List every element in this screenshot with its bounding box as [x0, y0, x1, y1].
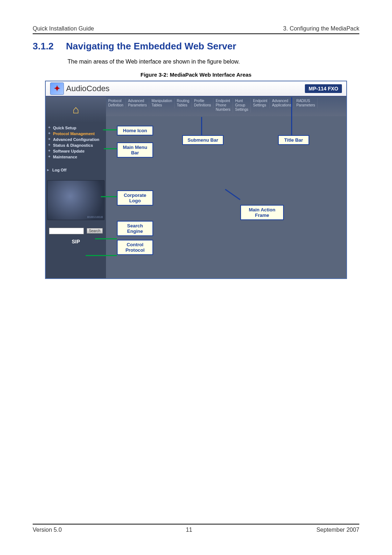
menu-item-advanced-configuration[interactable]: Advanced Configuration [48, 137, 105, 142]
arrow-icon [291, 97, 292, 135]
brand-name: AudioCodes [66, 84, 110, 93]
submenu-item[interactable]: RADIUS Parameters [294, 98, 318, 108]
section-number: 3.1.2 [33, 41, 54, 52]
header-right: 3. Configuring the MediaPack [283, 25, 359, 32]
menu-item-software-update[interactable]: Software Update [48, 148, 105, 154]
callout-corporate-logo: Corporate Logo [117, 190, 153, 206]
titlebar: ✦ AudioCodes MP-114 FXO [46, 81, 346, 97]
section-title: Navigating the Embedded Web Server [66, 41, 236, 52]
menu-item-status-diagnostics[interactable]: Status & Diagnostics [48, 142, 105, 148]
brand-logo: ✦ AudioCodes [50, 82, 110, 95]
brand-logo-icon: ✦ [50, 82, 64, 95]
menu-item-quick-setup[interactable]: Quick Setup [48, 125, 105, 131]
figure-screenshot: ✦ AudioCodes MP-114 FXO Protocol Definit… [45, 81, 347, 279]
corporate-logo-image: 01011010 [47, 180, 105, 220]
submenu-item[interactable]: Profile Definitions [192, 98, 214, 108]
page-footer: Version 5.0 11 September 2007 [33, 524, 359, 533]
header-left: Quick Installation Guide [33, 25, 94, 32]
submenu-item[interactable]: Hunt Group Settings [233, 98, 251, 113]
footer-page-number: 11 [186, 527, 192, 533]
submenu-item[interactable]: Endpoint Phone Numbers [213, 98, 233, 113]
callout-main-action-frame: Main Action Frame [240, 205, 284, 220]
arrow-icon [201, 117, 202, 135]
arrow-icon [86, 255, 117, 256]
page-header: Quick Installation Guide 3. Configuring … [33, 25, 359, 32]
figure-caption: Figure 3-2: MediaPack Web Interface Area… [33, 72, 359, 78]
submenu-bar: Protocol Definition Advanced Parameters … [106, 97, 346, 116]
home-icon-box[interactable]: ⌂ [46, 97, 106, 123]
callout-control-protocol: Control Protocol [117, 240, 153, 255]
intro-paragraph: The main areas of the Web interface are … [68, 58, 359, 65]
submenu-item[interactable]: Advanced Parameters [126, 98, 150, 108]
submenu-item[interactable]: Routing Tables [175, 98, 192, 108]
menu-item-protocol-management[interactable]: Protocol Management [48, 131, 105, 137]
control-protocol-label: SIP [46, 239, 106, 244]
main-menu: Quick Setup Protocol Management Advanced… [46, 123, 106, 164]
home-icon: ⌂ [69, 103, 82, 116]
submenu-item[interactable]: Manipulation Tables [149, 98, 175, 108]
callout-title-bar: Title Bar [278, 135, 309, 145]
footer-date: September 2007 [317, 527, 359, 533]
model-badge: MP-114 FXO [305, 84, 342, 93]
logoff-link[interactable]: Log Off [46, 164, 106, 172]
search-button[interactable]: Search [87, 228, 103, 234]
callout-search-engine: Search Engine [117, 221, 153, 236]
sidebar: ⌂ Quick Setup Protocol Management Advanc… [46, 97, 106, 278]
arrow-icon [103, 129, 117, 130]
callout-home-icon: Home Icon [117, 126, 153, 135]
search-input[interactable] [49, 228, 84, 234]
arrow-icon [95, 238, 117, 239]
menu-item-maintenance[interactable]: Maintenance [48, 154, 105, 160]
callout-submenu-bar: Submenu Bar [182, 135, 224, 145]
footer-version: Version 5.0 [33, 527, 62, 533]
arrow-icon [104, 148, 117, 149]
submenu-item[interactable]: Endpoint Settings [251, 98, 270, 108]
section-heading: 3.1.2Navigating the Embedded Web Server [33, 41, 359, 52]
callout-main-menu-bar: Main Menu Bar [117, 142, 153, 158]
arrow-icon [101, 196, 117, 197]
submenu-item[interactable]: Protocol Definition [106, 98, 126, 108]
submenu-item[interactable]: Advanced Applications [270, 98, 294, 108]
search-area: Search [48, 227, 104, 234]
header-rule [33, 33, 359, 34]
